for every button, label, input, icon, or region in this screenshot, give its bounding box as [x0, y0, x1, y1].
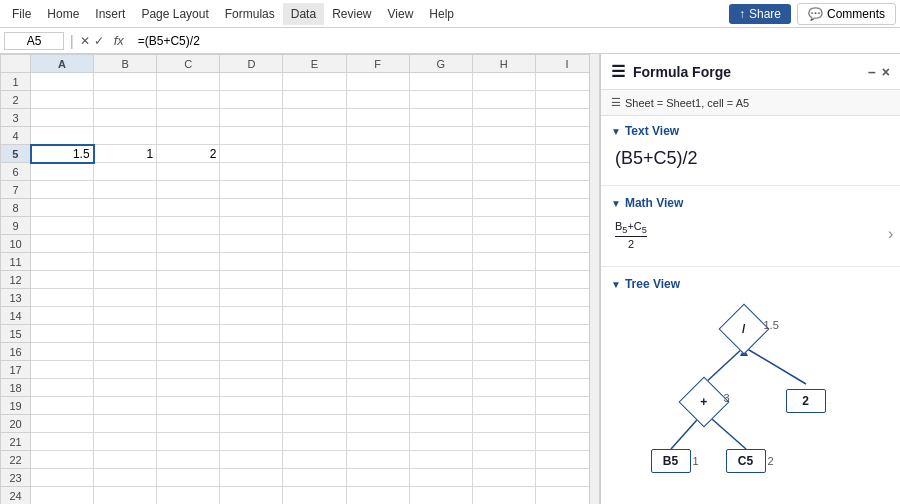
cell-F21[interactable]	[346, 433, 409, 451]
cell-G8[interactable]	[409, 199, 472, 217]
cell-D9[interactable]	[220, 217, 283, 235]
cell-E9[interactable]	[283, 217, 346, 235]
cell-E2[interactable]	[283, 91, 346, 109]
cell-H3[interactable]	[472, 109, 535, 127]
cell-D2[interactable]	[220, 91, 283, 109]
cell-A4[interactable]	[31, 127, 94, 145]
row-header-22[interactable]: 22	[1, 451, 31, 469]
row-header-14[interactable]: 14	[1, 307, 31, 325]
cell-B13[interactable]	[94, 289, 157, 307]
cell-A3[interactable]	[31, 109, 94, 127]
cell-C20[interactable]	[157, 415, 220, 433]
col-header-B[interactable]: B	[94, 55, 157, 73]
cell-E5[interactable]	[283, 145, 346, 163]
cell-B21[interactable]	[94, 433, 157, 451]
cell-B7[interactable]	[94, 181, 157, 199]
cell-G6[interactable]	[409, 163, 472, 181]
cell-B18[interactable]	[94, 379, 157, 397]
ff-menu-icon[interactable]: ☰	[611, 62, 625, 81]
cell-D18[interactable]	[220, 379, 283, 397]
share-button[interactable]: ↑ Share	[729, 4, 791, 24]
cell-H19[interactable]	[472, 397, 535, 415]
cell-D4[interactable]	[220, 127, 283, 145]
cell-B4[interactable]	[94, 127, 157, 145]
cell-H14[interactable]	[472, 307, 535, 325]
cell-C1[interactable]	[157, 73, 220, 91]
cell-H21[interactable]	[472, 433, 535, 451]
cell-A8[interactable]	[31, 199, 94, 217]
col-header-A[interactable]: A	[31, 55, 94, 73]
cell-G3[interactable]	[409, 109, 472, 127]
cell-G17[interactable]	[409, 361, 472, 379]
cell-C11[interactable]	[157, 253, 220, 271]
cell-A5[interactable]: 1.5	[31, 145, 94, 163]
cell-F14[interactable]	[346, 307, 409, 325]
cell-A10[interactable]	[31, 235, 94, 253]
cell-B1[interactable]	[94, 73, 157, 91]
cell-H2[interactable]	[472, 91, 535, 109]
cell-G24[interactable]	[409, 487, 472, 505]
cell-B16[interactable]	[94, 343, 157, 361]
col-header-E[interactable]: E	[283, 55, 346, 73]
cell-G4[interactable]	[409, 127, 472, 145]
cell-F9[interactable]	[346, 217, 409, 235]
cell-D6[interactable]	[220, 163, 283, 181]
row-header-5[interactable]: 5	[1, 145, 31, 163]
cell-E7[interactable]	[283, 181, 346, 199]
col-header-C[interactable]: C	[157, 55, 220, 73]
cell-C24[interactable]	[157, 487, 220, 505]
cell-E8[interactable]	[283, 199, 346, 217]
cell-A22[interactable]	[31, 451, 94, 469]
cell-C21[interactable]	[157, 433, 220, 451]
cell-A2[interactable]	[31, 91, 94, 109]
cell-H8[interactable]	[472, 199, 535, 217]
cell-C3[interactable]	[157, 109, 220, 127]
row-header-19[interactable]: 19	[1, 397, 31, 415]
cell-C15[interactable]	[157, 325, 220, 343]
row-header-2[interactable]: 2	[1, 91, 31, 109]
cell-G13[interactable]	[409, 289, 472, 307]
cell-F5[interactable]	[346, 145, 409, 163]
cell-F18[interactable]	[346, 379, 409, 397]
cell-A14[interactable]	[31, 307, 94, 325]
cell-E6[interactable]	[283, 163, 346, 181]
row-header-4[interactable]: 4	[1, 127, 31, 145]
cell-D13[interactable]	[220, 289, 283, 307]
cell-D22[interactable]	[220, 451, 283, 469]
cell-H4[interactable]	[472, 127, 535, 145]
cell-D8[interactable]	[220, 199, 283, 217]
cell-G22[interactable]	[409, 451, 472, 469]
cell-E3[interactable]	[283, 109, 346, 127]
cell-F8[interactable]	[346, 199, 409, 217]
math-view-header[interactable]: ▼ Math View	[601, 188, 900, 214]
cell-H9[interactable]	[472, 217, 535, 235]
row-header-17[interactable]: 17	[1, 361, 31, 379]
cell-G2[interactable]	[409, 91, 472, 109]
cell-A1[interactable]	[31, 73, 94, 91]
cell-A21[interactable]	[31, 433, 94, 451]
cell-H24[interactable]	[472, 487, 535, 505]
cell-D20[interactable]	[220, 415, 283, 433]
cell-G7[interactable]	[409, 181, 472, 199]
menu-home[interactable]: Home	[39, 3, 87, 25]
row-header-1[interactable]: 1	[1, 73, 31, 91]
cell-D1[interactable]	[220, 73, 283, 91]
cell-H18[interactable]	[472, 379, 535, 397]
vertical-scrollbar[interactable]	[589, 54, 599, 504]
cell-F16[interactable]	[346, 343, 409, 361]
cell-A18[interactable]	[31, 379, 94, 397]
row-header-7[interactable]: 7	[1, 181, 31, 199]
cell-E17[interactable]	[283, 361, 346, 379]
cell-B15[interactable]	[94, 325, 157, 343]
cell-B19[interactable]	[94, 397, 157, 415]
minimize-button[interactable]: –	[868, 64, 876, 80]
cell-H23[interactable]	[472, 469, 535, 487]
cell-H22[interactable]	[472, 451, 535, 469]
cell-F3[interactable]	[346, 109, 409, 127]
cell-E14[interactable]	[283, 307, 346, 325]
cell-E21[interactable]	[283, 433, 346, 451]
menu-formulas[interactable]: Formulas	[217, 3, 283, 25]
confirm-formula-icon[interactable]: ✓	[94, 34, 104, 48]
cell-G5[interactable]	[409, 145, 472, 163]
cell-H17[interactable]	[472, 361, 535, 379]
